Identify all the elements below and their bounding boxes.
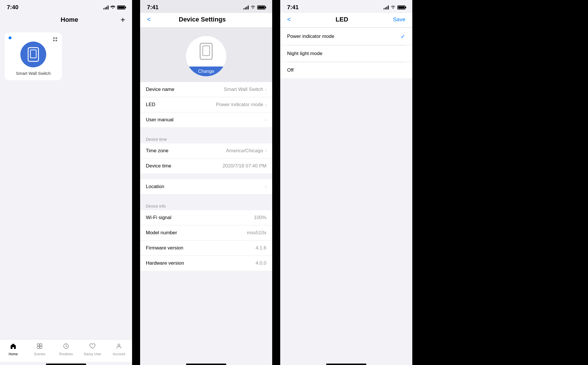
device-hero-circle: Change [186, 36, 226, 76]
status-time-3: 7:41 [287, 4, 299, 11]
status-icons-1 [103, 5, 125, 10]
led-option-night-light[interactable]: Night light mode [280, 46, 412, 62]
location-row-value: › [265, 184, 266, 189]
user-manual-row-label: User manual [146, 117, 173, 123]
wifi-icon-1 [110, 5, 115, 10]
svg-rect-3 [56, 40, 57, 41]
power-indicator-checkmark: ✓ [401, 33, 405, 40]
wifi-icon-3 [390, 5, 396, 10]
led-nav-header: < LED Save [280, 13, 412, 28]
device-icon-circle [20, 42, 46, 67]
savvy-user-tab-icon [89, 343, 96, 351]
svg-point-12 [253, 8, 254, 9]
time-zone-row-value: America/Chicago › [226, 148, 266, 154]
svg-rect-6 [37, 344, 39, 346]
scenes-tab-icon [36, 343, 43, 351]
tab-bar: Home Scenes Routines [0, 339, 132, 362]
settings-row-time-zone[interactable]: Time zone America/Chicago › [140, 143, 272, 159]
tab-account-label: Account [113, 352, 125, 356]
svg-rect-2 [53, 40, 55, 41]
svg-point-11 [118, 344, 120, 346]
device-card-smart-wall-switch[interactable]: Smart Wall Switch [5, 32, 62, 80]
settings-row-wifi-signal: Wi-Fi signal 100% [140, 210, 272, 225]
battery-icon-2 [257, 5, 265, 9]
wifi-icon-2 [250, 5, 256, 10]
svg-rect-14 [203, 46, 210, 56]
led-options-list: Power indicator mode ✓ Night light mode … [280, 28, 412, 362]
settings-row-device-name[interactable]: Device name Smart Wall Switch › [140, 82, 272, 97]
led-title: LED [336, 16, 348, 23]
time-zone-row-label: Time zone [146, 148, 169, 154]
change-device-icon-button[interactable]: Change [186, 67, 226, 76]
hardware-version-value: 4.0.0 [256, 260, 266, 266]
device-grid: Smart Wall Switch [0, 28, 132, 339]
firmware-version-value: 4.1.6 [256, 245, 266, 251]
tab-home-label: Home [9, 352, 18, 356]
home-indicator-3 [326, 364, 366, 365]
device-menu-icon[interactable] [52, 36, 58, 42]
chevron-led: › [265, 102, 266, 107]
settings-main-group: Device name Smart Wall Switch › LED Powe… [140, 82, 272, 127]
tab-home[interactable]: Home [3, 343, 23, 356]
settings-row-led[interactable]: LED Power indicator mode › [140, 97, 272, 112]
status-icons-2 [243, 5, 265, 10]
tab-scenes[interactable]: Scenes [30, 343, 50, 356]
user-manual-row-value: › [265, 117, 266, 122]
svg-point-15 [393, 8, 394, 9]
svg-rect-0 [53, 37, 55, 39]
tab-routines[interactable]: Routines [56, 343, 76, 356]
status-icons-3 [384, 5, 405, 10]
tab-scenes-label: Scenes [34, 352, 45, 356]
add-device-button[interactable]: + [121, 16, 125, 24]
led-options-group: Power indicator mode ✓ Night light mode … [280, 28, 412, 78]
device-info-section-header: Device info [140, 200, 272, 210]
battery-icon-1 [117, 5, 125, 9]
home-indicator-2 [186, 364, 226, 365]
location-row-label: Location [146, 184, 164, 190]
chevron-location: › [265, 184, 266, 189]
tab-savvy-user-label: Savvy User [84, 352, 101, 356]
back-button-settings[interactable]: < [147, 16, 151, 23]
status-bar-2: 7:41 [140, 0, 272, 13]
device-time-row-value: 2020/7/18 07:40 PM [223, 163, 266, 169]
settings-location-group: Location › [140, 179, 272, 194]
firmware-version-label: Firmware version [146, 245, 183, 251]
settings-spacer-2 [140, 173, 272, 179]
settings-row-firmware-version: Firmware version 4.1.6 [140, 241, 272, 256]
wifi-signal-value: 100% [254, 215, 266, 220]
divider-2 [272, 0, 276, 365]
save-button-led[interactable]: Save [393, 16, 405, 23]
settings-spacer-3 [140, 194, 272, 200]
svg-rect-7 [40, 344, 42, 346]
screen-led: 7:41 < LED Save [280, 0, 412, 365]
svg-rect-9 [40, 346, 42, 348]
settings-row-user-manual[interactable]: User manual › [140, 112, 272, 127]
model-number-label: Model number [146, 230, 177, 236]
device-time-section-header: Device time [140, 133, 272, 143]
device-online-indicator [9, 36, 11, 39]
led-option-power-indicator[interactable]: Power indicator mode ✓ [280, 28, 412, 45]
led-option-off[interactable]: Off [280, 62, 412, 78]
settings-device-info-group: Wi-Fi signal 100% Model number mss510x F… [140, 210, 272, 271]
signal-icon-3 [384, 5, 389, 9]
right-fill [412, 0, 588, 365]
status-time-1: 7:40 [7, 4, 18, 11]
settings-device-time-group: Time zone America/Chicago › Device time … [140, 143, 272, 173]
tab-account[interactable]: Account [109, 343, 129, 356]
settings-scroll: Device name Smart Wall Switch › LED Powe… [140, 82, 272, 362]
settings-row-location[interactable]: Location › [140, 179, 272, 194]
routines-tab-icon [63, 343, 69, 351]
status-time-2: 7:41 [147, 4, 158, 11]
tab-savvy-user[interactable]: Savvy User [82, 343, 102, 356]
night-light-label: Night light mode [287, 51, 322, 56]
chevron-device-name: › [265, 87, 266, 92]
device-settings-nav: < Device Settings [140, 13, 272, 28]
back-button-led[interactable]: < [287, 16, 291, 23]
settings-row-device-time: Device time 2020/7/18 07:40 PM [140, 159, 272, 173]
status-bar-3: 7:41 [280, 0, 412, 13]
tab-routines-label: Routines [59, 352, 73, 356]
home-tab-icon [10, 343, 17, 351]
signal-icon-2 [243, 5, 249, 9]
led-row-value: Power indicator mode › [216, 102, 266, 108]
svg-rect-8 [37, 346, 39, 348]
